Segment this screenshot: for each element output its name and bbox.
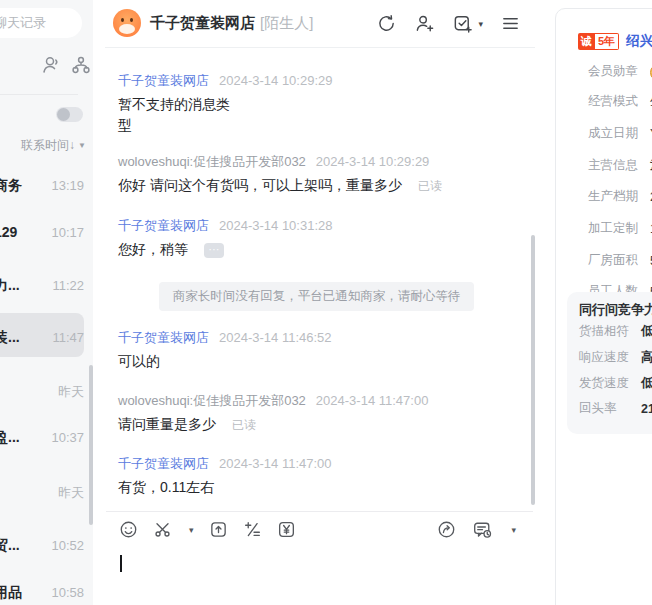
conversation-item[interactable]: 129 10:17 <box>0 224 93 244</box>
conversation-time: 昨天 <box>58 484 84 502</box>
avatar[interactable] <box>113 9 141 37</box>
message-text-inner: 你好 请问这个有货吗，可以上架吗，重量多少 <box>118 177 402 193</box>
sort-label: 联系时间↓ <box>21 137 75 154</box>
conversation-item[interactable]: 昨天 <box>0 382 93 402</box>
filter-toggle[interactable] <box>56 107 83 122</box>
upload-file-icon[interactable] <box>209 520 228 539</box>
message: 千子贺童装网店 2024-3-14 10:29:29 暂不支持的消息类 型 <box>118 72 515 136</box>
sidebar-divider <box>0 94 78 95</box>
app-window: 聊天记录 联系时间↓ <box>0 0 652 605</box>
screenshot-scissors-icon[interactable] <box>153 520 172 539</box>
avatar-muzzle <box>119 24 135 34</box>
message-text: 暂不支持的消息类 型 <box>118 94 515 136</box>
menu-icon[interactable] <box>500 13 521 34</box>
conversation-time: 13:19 <box>51 178 84 193</box>
system-notice-row: 商家长时间没有回复，平台已通知商家，请耐心等待 <box>118 282 515 311</box>
comp-value: 21 <box>641 402 652 416</box>
sort-control[interactable]: 联系时间↓ ▼ <box>21 137 86 154</box>
caret-down-icon[interactable]: ▾ <box>511 525 516 535</box>
comp-label: 发货速度 <box>579 375 641 392</box>
search-input[interactable]: 聊天记录 <box>0 8 82 38</box>
info-label: 主营信息 <box>588 157 650 174</box>
message-author[interactable]: 千子贺童装网店 <box>118 72 209 90</box>
message-author[interactable]: 千子贺童装网店 <box>118 455 209 473</box>
info-row: 经营模式 生产 <box>588 93 652 110</box>
message-text-inner: 您好，稍等 <box>118 241 188 257</box>
info-label: 生产档期 <box>588 188 650 205</box>
message-time: 2024-3-14 11:47:00 <box>316 393 429 408</box>
conversation-item[interactable]: 用品 10:58 <box>0 584 93 604</box>
conversation-item[interactable]: 贸... 10:52 <box>0 537 93 557</box>
caret-down-icon[interactable]: ▾ <box>189 525 194 535</box>
message-author[interactable]: 千子贺童装网店 <box>118 329 209 347</box>
message: 千子贺童装网店 2024-3-14 11:46:52 可以的 <box>118 329 515 372</box>
more-actions-icon[interactable]: ⋯ <box>204 243 224 258</box>
competitiveness-row: 发货速度 低于 <box>579 375 652 392</box>
conversation-name: 商务 <box>0 177 22 195</box>
message-input[interactable] <box>120 555 533 605</box>
conversation-item[interactable]: 商务 13:19 <box>0 177 93 197</box>
company-name-link[interactable]: 绍兴市 <box>626 32 652 50</box>
conversation-name: 装... <box>0 329 20 347</box>
conversation-time: 昨天 <box>58 383 84 401</box>
trust-badge-icon: 诚 <box>578 33 595 50</box>
info-label: 加工定制 <box>588 220 650 237</box>
message-author[interactable]: woloveshuqi:促佳搜品开发部032 <box>118 392 306 410</box>
conversation-time: 10:58 <box>51 585 84 600</box>
comp-value: 低于 <box>641 375 652 392</box>
refresh-icon[interactable] <box>376 13 397 34</box>
years-badge: 5年 <box>595 33 619 50</box>
composer: ▾ <box>93 511 545 605</box>
info-label: 成立日期 <box>588 125 650 142</box>
message-author[interactable]: 千子贺童装网店 <box>118 217 209 235</box>
comp-label: 货描相符 <box>579 323 641 340</box>
comp-label: 响应速度 <box>579 349 641 366</box>
org-icon[interactable] <box>70 54 92 76</box>
conversation-item[interactable]: 昨天 <box>0 483 93 503</box>
conversation-item-selected[interactable]: 装... 11:47 <box>0 329 93 349</box>
info-label: 会员勋章 <box>588 63 650 80</box>
info-label: 经营模式 <box>588 93 650 110</box>
conversation-time: 10:52 <box>51 538 84 553</box>
message-time: 2024-3-14 10:29:29 <box>316 154 429 169</box>
company-badge-row: 诚 5年 绍兴市 <box>578 32 652 50</box>
info-row: 主营信息 童装 <box>588 157 652 174</box>
system-notice: 商家长时间没有回复，平台已通知商家，请耐心等待 <box>159 282 475 311</box>
conversation-sidebar: 聊天记录 联系时间↓ <box>0 0 93 605</box>
competitiveness-title: 同行间竞争力 <box>579 301 652 319</box>
price-adjust-icon[interactable] <box>243 520 262 539</box>
comp-value: 高于 <box>641 349 652 366</box>
message-author[interactable]: woloveshuqi:促佳搜品开发部032 <box>118 153 306 171</box>
read-status: 已读 <box>418 179 442 193</box>
conversation-item[interactable]: 盈... 10:37 <box>0 429 93 449</box>
message: 千子贺童装网店 2024-3-14 10:31:28 您好，稍等⋯ <box>118 217 515 260</box>
conversation-item[interactable]: 力... 11:22 <box>0 277 93 297</box>
conversation-time: 11:47 <box>52 330 84 345</box>
conversation-name: 力... <box>0 277 20 295</box>
chat-title: 千子贺童装网店[陌生人] <box>150 14 313 33</box>
conversation-time: 10:17 <box>51 225 84 240</box>
emoji-icon[interactable] <box>119 520 138 539</box>
message-time: 2024-3-14 10:29:29 <box>219 73 332 88</box>
chat-scrollbar[interactable] <box>531 235 535 505</box>
conversation-name: 盈... <box>0 429 20 447</box>
caret-down-icon[interactable]: ▾ <box>478 19 483 29</box>
text-cursor <box>120 555 122 572</box>
message: 千子贺童装网店 2024-3-14 11:47:00 有货，0.11左右 <box>118 455 515 498</box>
composer-toolbar: ▾ <box>119 520 516 539</box>
competitiveness-row: 货描相符 低于 <box>579 323 652 340</box>
contacts-icon[interactable] <box>40 54 62 76</box>
composer-divider <box>106 511 533 512</box>
chat-panel: 千子贺童装网店[陌生人] <box>93 0 545 605</box>
forward-icon[interactable] <box>437 520 456 539</box>
chat-header: 千子贺童装网店[陌生人] <box>93 0 545 48</box>
create-task-icon[interactable] <box>452 13 473 34</box>
conversation-name: 129 <box>0 224 17 240</box>
payment-yuan-icon[interactable] <box>277 520 296 539</box>
add-contact-icon[interactable] <box>414 13 435 34</box>
info-row: 厂房面积 560 <box>588 252 652 269</box>
chat-history-icon[interactable] <box>472 520 493 539</box>
company-panel: 诚 5年 绍兴市 会员勋章 AA 经营模式 生产 成立日期 Y 主营信息 童装 … <box>545 0 652 605</box>
avatar-eye <box>121 18 124 22</box>
caret-down-icon: ▼ <box>78 141 86 150</box>
